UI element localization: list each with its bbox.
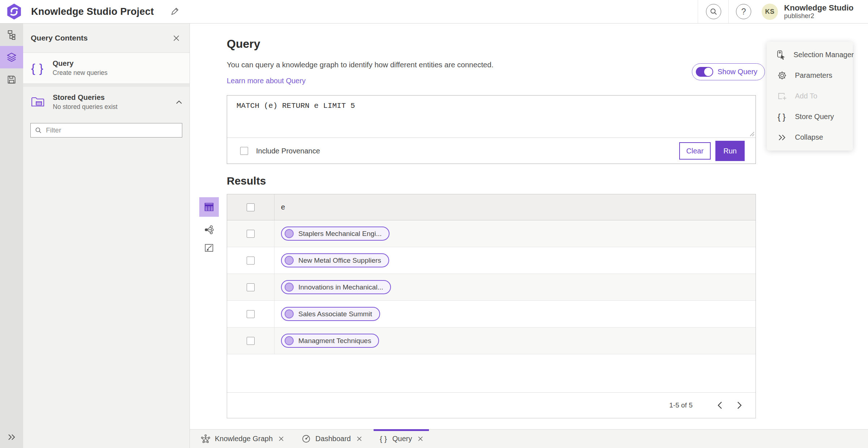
question-icon: ? (741, 7, 746, 17)
rail-save-button[interactable] (0, 68, 23, 91)
user-info[interactable]: Knowledge Studio publisher2 (784, 4, 854, 20)
chevron-left-icon (717, 401, 723, 409)
panel-item-query[interactable]: { } Query Create new queries (23, 53, 190, 83)
search-icon (35, 127, 42, 134)
panel-close-button[interactable] (172, 34, 181, 43)
run-button[interactable]: Run (715, 141, 745, 161)
entity-dot-icon (285, 309, 294, 318)
search-button[interactable] (706, 4, 721, 19)
gear-icon (777, 71, 787, 80)
tab-close-button[interactable] (357, 436, 362, 441)
entity-pill[interactable]: Innovations in Mechanical... (281, 280, 391, 294)
pagination-range: 1-5 of 5 (669, 401, 693, 409)
braces-icon: { } (31, 61, 45, 75)
tab-close-button[interactable] (279, 436, 284, 441)
chevron-right-icon (737, 401, 742, 409)
entity-label: New Metal Office Suppliers (298, 257, 381, 265)
table-row: Managment Techniques (227, 327, 756, 354)
collapse-section-button[interactable] (176, 100, 182, 104)
app-header: Knowledge Studio Project ? KS Knowledge … (0, 0, 868, 24)
results-table: e Staplers Mechanical Engi... New Metal … (227, 194, 756, 418)
tab-dashboard[interactable]: Dashboard (295, 430, 368, 448)
avatar[interactable]: KS (762, 4, 778, 20)
row-checkbox[interactable] (247, 257, 255, 265)
menu-item-label: Collapse (795, 133, 823, 141)
toggle-switch[interactable] (696, 67, 713, 77)
toggle-knob (704, 68, 712, 76)
filter-input[interactable] (46, 126, 178, 134)
row-checkbox[interactable] (247, 230, 255, 238)
entity-pill[interactable]: Sales Associate Summit (281, 307, 380, 321)
select-all-checkbox[interactable] (247, 203, 255, 211)
row-checkbox[interactable] (247, 283, 255, 291)
row-checkbox[interactable] (247, 337, 255, 345)
menu-item-add-to: Add To (767, 86, 853, 106)
query-actions-menu: Selection Manager Parameters Add To { } … (767, 42, 853, 151)
tab-query[interactable]: { } Query (374, 430, 429, 448)
entity-pill[interactable]: New Metal Office Suppliers (281, 253, 389, 267)
menu-item-store-query[interactable]: { } Store Query (767, 106, 853, 127)
include-provenance-checkbox[interactable] (240, 147, 248, 155)
menu-item-collapse[interactable]: Collapse (767, 127, 853, 148)
user-role: publisher2 (784, 12, 854, 20)
tab-label: Dashboard (315, 435, 351, 443)
panel-item-stored-queries[interactable]: Stored Queries No stored queries exist (23, 87, 190, 117)
close-icon (418, 436, 423, 441)
rail-link-chart-button[interactable] (0, 24, 23, 46)
query-editor-card: MATCH (e) RETURN e LIMIT 5 Include Prove… (227, 95, 756, 164)
rail-expand-button[interactable] (0, 430, 23, 444)
clear-button[interactable]: Clear (679, 142, 711, 160)
help-button[interactable]: ? (736, 4, 751, 19)
header-divider (698, 0, 698, 23)
map-view-button[interactable] (199, 243, 219, 253)
menu-item-label: Add To (795, 92, 817, 100)
panel-item-sublabel: Create new queries (53, 69, 182, 77)
show-query-toggle[interactable]: Show Query (692, 63, 765, 80)
results-table-body: Staplers Mechanical Engi... New Metal Of… (227, 220, 756, 354)
entity-label: Managment Techniques (298, 337, 371, 345)
selection-manager-icon (776, 50, 786, 60)
menu-item-label: Parameters (795, 71, 832, 80)
table-row: Sales Associate Summit (227, 301, 756, 327)
tab-label: Query (392, 435, 412, 443)
add-to-icon (777, 91, 787, 101)
entity-pill[interactable]: Managment Techniques (281, 334, 379, 348)
link-chart-icon (6, 29, 17, 40)
braces-icon: { } (778, 112, 786, 122)
table-view-button[interactable] (199, 197, 219, 217)
share-network-icon (204, 225, 214, 235)
close-icon (173, 35, 179, 41)
app-logo-icon (6, 3, 22, 20)
entity-pill[interactable]: Staplers Mechanical Engi... (281, 227, 390, 241)
show-query-label: Show Query (718, 68, 757, 76)
resize-handle[interactable] (750, 132, 754, 136)
previous-page-button[interactable] (713, 398, 727, 412)
search-icon (710, 8, 717, 15)
entity-dot-icon (285, 336, 294, 345)
entity-label: Sales Associate Summit (298, 310, 372, 318)
rail-layers-button[interactable] (0, 46, 23, 68)
filter-field (30, 123, 182, 138)
menu-item-selection-manager[interactable]: Selection Manager (767, 45, 853, 65)
tab-close-button[interactable] (418, 436, 423, 441)
edit-title-icon[interactable] (170, 7, 179, 16)
table-icon (204, 202, 214, 212)
row-checkbox[interactable] (247, 310, 255, 318)
results-view-switcher (199, 197, 219, 253)
menu-item-label: Store Query (795, 113, 834, 121)
panel-item-label: Stored Queries (53, 93, 168, 102)
project-title: Knowledge Studio Project (31, 6, 154, 17)
map-icon (204, 243, 214, 253)
chevrons-right-icon (778, 134, 786, 141)
document-tab-bar: Knowledge Graph Dashboard { } Query (190, 429, 868, 448)
tab-knowledge-graph[interactable]: Knowledge Graph (195, 430, 290, 448)
link-chart-view-button[interactable] (199, 225, 219, 235)
query-contents-panel: Query Contents { } Query Create new quer… (23, 24, 190, 448)
query-input[interactable]: MATCH (e) RETURN e LIMIT 5 (227, 96, 756, 138)
menu-item-parameters[interactable]: Parameters (767, 65, 853, 86)
learn-more-link[interactable]: Learn more about Query (227, 77, 306, 85)
entity-label: Staplers Mechanical Engi... (298, 230, 382, 238)
next-page-button[interactable] (732, 398, 746, 412)
entity-label: Innovations in Mechanical... (298, 283, 383, 291)
panel-item-label: Query (53, 59, 182, 68)
